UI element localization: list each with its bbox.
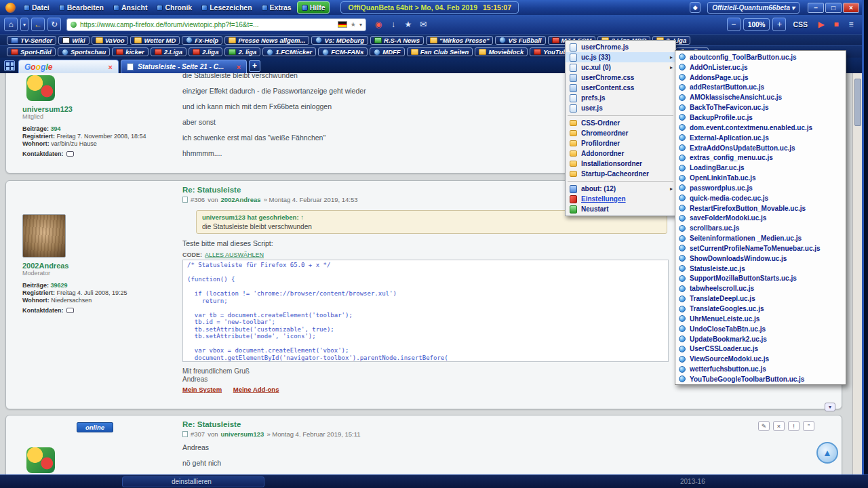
chevron-down-icon[interactable]: ▾ <box>791 4 795 12</box>
bookmark-button[interactable]: VS Fußball <box>495 36 545 45</box>
bookmark-button[interactable]: Vs: MDeburg <box>311 36 368 45</box>
report-post-button[interactable]: ! <box>788 421 800 431</box>
url-text[interactable]: https://www.camp-firefox.de/forum/viewto… <box>80 21 334 28</box>
scroll-to-top-button[interactable]: ▲ <box>816 442 838 464</box>
bookmark-button[interactable]: 2.liga <box>189 47 222 56</box>
css-toggle[interactable]: CSS <box>793 20 808 28</box>
tab-statusleiste-active[interactable]: Statusleiste - Seite 21 - C... × <box>121 60 247 73</box>
menubar-item[interactable]: Lesezeichen <box>197 1 256 14</box>
bookmark-button[interactable]: Fan Club Seiten <box>407 47 473 56</box>
submenu-item[interactable]: SupportMozillaButtonStarts.uc.js <box>677 274 846 284</box>
firefox-icon[interactable] <box>5 3 16 13</box>
scrollbar-thumb[interactable] <box>854 79 861 126</box>
author-link[interactable]: 2002Andreas <box>22 262 177 270</box>
post-title-link[interactable]: Re: Statusleiste <box>182 420 825 428</box>
submenu-item[interactable]: extras_config_menu.uc.js <box>677 152 846 163</box>
post-number[interactable]: #307 <box>191 430 205 438</box>
pm-bubble-icon[interactable] <box>66 151 74 157</box>
bookmark-button[interactable]: Fx-Help <box>182 36 222 45</box>
context-menu-item[interactable]: Startup-Cacheordner <box>566 169 675 179</box>
new-tab-button[interactable]: + <box>249 60 260 72</box>
home-button[interactable]: ⌂ <box>4 18 18 31</box>
tab-close-icon[interactable]: × <box>108 63 113 71</box>
avatar[interactable] <box>22 214 66 258</box>
tab-google[interactable]: Google × <box>18 60 119 73</box>
author-link[interactable]: 2002Andreas <box>220 196 260 203</box>
quote-author-link[interactable]: universum123 hat geschrieben: <box>202 214 299 221</box>
reload-button[interactable]: ↻ <box>47 18 61 31</box>
submenu-item[interactable]: AddOnLister.uc.js <box>677 62 846 73</box>
submenu-item[interactable]: setCurrentProfileNameToMenuebar.uc.js <box>677 243 846 253</box>
bookmark-button[interactable]: 1.FCMticker <box>262 47 316 56</box>
tab-list-icon[interactable] <box>4 60 15 71</box>
submenu-item[interactable]: UpdateBookmark2.uc.js <box>677 334 846 344</box>
addon-mini-button[interactable]: ◆ <box>690 2 701 13</box>
submenu-item[interactable]: BackToTheFavicon.uc.js <box>677 102 846 113</box>
context-menu-item[interactable]: Installationsordner <box>566 159 675 169</box>
submenu-item[interactable]: AMOklassischeAnsicht.uc.js <box>677 92 846 102</box>
page-scrollbar[interactable] <box>852 73 862 474</box>
avatar[interactable] <box>26 447 55 473</box>
context-menu-item[interactable]: CSS-Ordner <box>566 118 675 128</box>
menubar-item[interactable]: Datei <box>20 1 54 14</box>
post-number[interactable]: #306 <box>191 196 205 203</box>
profile-selector[interactable]: Offiziell-Quantum66beta ▾ <box>707 2 800 14</box>
menubar-item[interactable]: Extras <box>258 1 296 14</box>
close-button[interactable]: × <box>843 3 859 13</box>
home-dropdown[interactable]: ▾ <box>20 18 28 31</box>
post-number-icon[interactable] <box>182 431 188 437</box>
delete-post-button[interactable]: × <box>773 421 785 431</box>
quote-post-button[interactable]: ” <box>803 421 814 431</box>
bookmark-button[interactable]: Wiki <box>58 36 89 45</box>
submenu-item[interactable]: OpenLinkinTab.uc.js <box>677 173 846 183</box>
bookmark-button[interactable]: 2.Liga <box>151 47 186 56</box>
collapse-post-button[interactable]: ▾ <box>825 403 835 411</box>
submenu-item[interactable]: External-Aplication.uc.js <box>677 133 846 143</box>
bookmark-button[interactable]: FCM-FANs <box>318 47 368 56</box>
bookmark-button[interactable]: Presse News allgem... <box>224 36 309 45</box>
url-dropdown-icon[interactable]: ▾ <box>359 22 362 28</box>
submenu-item[interactable]: ShowDownloadsWindow.uc.js <box>677 253 846 264</box>
meine-addons-link[interactable]: Meine Add-ons <box>233 386 279 393</box>
submenu-item[interactable]: quick-media-codec.uc.js <box>677 193 846 203</box>
context-menu-item[interactable]: uc.xul (0) ▸ <box>566 62 675 73</box>
context-menu-item[interactable]: userChrome.js <box>566 42 675 52</box>
back-button[interactable]: ← <box>31 18 45 31</box>
submenu-item[interactable]: UndoCloseTabBtn.uc.js <box>677 324 846 334</box>
menubar-item[interactable]: Chronik <box>153 1 196 14</box>
context-menu-item[interactable]: Chromeordner <box>566 128 675 138</box>
code-block[interactable]: /* Statusleiste für Firefox 65.0 + x */(… <box>182 260 669 362</box>
quote-jump-icon[interactable]: ↑ <box>300 214 304 221</box>
submenu-item[interactable]: addRestartButton.uc.js <box>677 83 846 93</box>
context-menu-item[interactable]: userChrome.css <box>566 73 675 83</box>
submenu-item[interactable]: RestartFirefoxButton_Movable.uc.js <box>677 203 846 214</box>
submenu-item[interactable]: YouTubeGoogleToolbarButton.uc.js <box>677 374 846 384</box>
context-menu-item[interactable]: about: (12) ▸ <box>566 184 675 194</box>
submenu-item[interactable]: scrollbars.uc.js <box>677 223 846 233</box>
submenu-item[interactable]: LoadingBar.uc.js <box>677 163 846 173</box>
select-all-link[interactable]: ALLES AUSWÄHLEN <box>205 251 264 258</box>
submenu-item[interactable]: UhrMenueLeiste.uc.js <box>677 314 846 324</box>
bookmark-button[interactable]: Movieblock <box>475 47 528 56</box>
pm-bubble-icon[interactable] <box>66 308 74 313</box>
context-menu-item[interactable]: Einstellungen <box>566 194 675 204</box>
minimize-button[interactable]: – <box>808 3 824 13</box>
submenu-item[interactable]: aboutconfig_ToolBarButton.uc.js <box>677 52 846 62</box>
bookmark-button[interactable]: TV-Sender <box>7 36 56 45</box>
zoom-in-button[interactable]: + <box>772 18 786 31</box>
context-menu-item[interactable]: Addonordner <box>566 148 675 159</box>
submenu-item[interactable]: AddonsPage.uc.js <box>677 73 846 83</box>
post-number-icon[interactable] <box>182 197 188 203</box>
tab-close-icon[interactable]: × <box>237 63 241 71</box>
menubar-item[interactable]: Bearbeiten <box>55 1 108 14</box>
bookmark-button[interactable]: MDFF <box>370 47 404 56</box>
submenu-item[interactable]: dom.event.contextmenu.enabled.uc.js <box>677 123 846 133</box>
bookmark-button[interactable]: Sportschau <box>58 47 110 56</box>
submenu-item[interactable]: tabwheelscroll.uc.js <box>677 283 846 293</box>
submenu-item[interactable]: saveFolderModoki.uc.js <box>677 214 846 224</box>
app-menu-icon[interactable]: ≡ <box>844 18 858 31</box>
edit-post-button[interactable]: ✎ <box>758 421 770 431</box>
author-link[interactable]: universum123 <box>22 105 177 113</box>
submenu-item[interactable]: ExtraAddOnsUpdateButton.uc.js <box>677 143 846 153</box>
submenu-item[interactable]: TranslateDeepl.uc.js <box>677 293 846 304</box>
